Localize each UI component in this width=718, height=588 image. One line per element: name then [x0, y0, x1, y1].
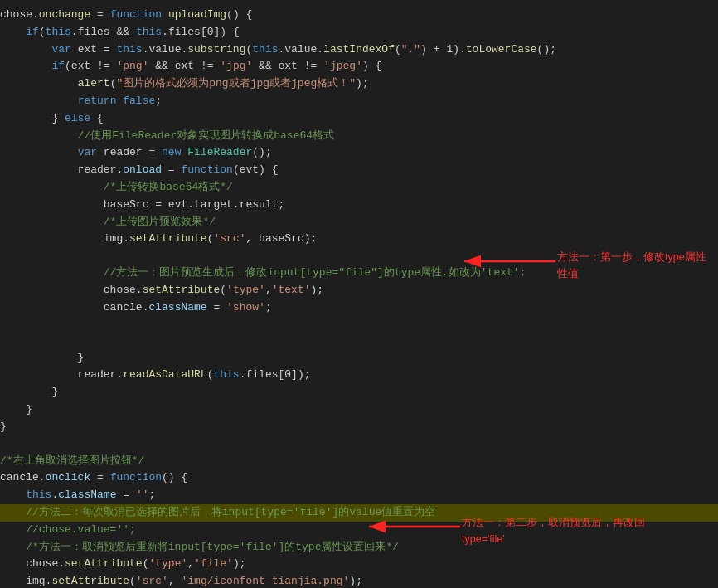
- code-line: /*方法一：取消预览后重新将input[type='file']的type属性设…: [0, 539, 718, 556]
- token-str: 'jpeg': [323, 60, 362, 72]
- token-prop: className: [58, 488, 116, 501]
- token-kw: function: [110, 8, 162, 21]
- code-line: if(this.files && this.files[0]) {: [0, 24, 718, 41]
- token-plain: );: [356, 77, 369, 90]
- code-line: //方法二：每次取消已选择的图片后，将input[type='file']的va…: [0, 504, 718, 522]
- token-plain: =: [90, 8, 109, 21]
- token-plain: );: [349, 575, 362, 587]
- token-kw: this: [252, 43, 278, 56]
- code-line: return false;: [0, 93, 718, 110]
- token-plain: ) {: [362, 60, 381, 72]
- line-content: cancle.onclick = function() {: [0, 469, 718, 487]
- token-plain: ,: [187, 557, 194, 570]
- code-line: var reader = new FileReader();: [0, 144, 718, 162]
- line-content: var ext = this.value.substring(this.valu…: [0, 41, 718, 59]
- token-plain: ;: [265, 301, 272, 313]
- code-line: chose.onchange = function uploadImg() {: [0, 7, 718, 24]
- token-plain: [162, 8, 168, 21]
- line-content: chose.onchange = function uploadImg() {: [0, 7, 718, 24]
- token-fn: lastIndexOf: [323, 43, 395, 56]
- token-plain: cancle.: [0, 301, 148, 313]
- line-content: if(this.files && this.files[0]) {: [0, 24, 718, 41]
- token-plain: (: [395, 43, 401, 56]
- line-content: /*方法一：取消预览后重新将input[type='file']的type属性设…: [0, 539, 718, 556]
- token-str: 'type': [226, 284, 265, 296]
- line-content: /*上传图片预览效果*/: [0, 214, 718, 231]
- token-prop: onclick: [46, 471, 91, 484]
- code-line: /*上传转换base64格式*/: [0, 179, 718, 197]
- line-content: [0, 317, 718, 333]
- token-str: 'file': [194, 557, 233, 570]
- token-plain: }: [0, 420, 7, 433]
- code-line: [0, 248, 718, 265]
- token-plain: [0, 95, 78, 107]
- token-str: 'show': [226, 301, 265, 313]
- code-line: var ext = this.value.substring(this.valu…: [0, 41, 718, 59]
- token-plain: );: [233, 557, 246, 570]
- line-content: } else {: [0, 110, 718, 128]
- line-content: cancle.className = 'show';: [0, 299, 718, 317]
- token-cmt: //方法一：图片预览生成后，修改input[type="file"]的type属…: [0, 266, 526, 279]
- token-plain: chose.: [0, 557, 65, 570]
- code-line: [0, 333, 718, 350]
- line-content: reader.readAsDataURL(this.files[0]);: [0, 367, 718, 384]
- token-plain: && ext !=: [252, 60, 323, 72]
- token-plain: .files &&: [71, 26, 136, 38]
- line-content: var reader = new FileReader();: [0, 144, 718, 162]
- token-str: 'src': [136, 575, 168, 587]
- token-kw: else: [65, 112, 90, 124]
- line-content: reader.onload = function(evt) {: [0, 162, 718, 179]
- token-bool-val: false: [123, 95, 155, 107]
- code-line: /*上传图片预览效果*/: [0, 214, 718, 231]
- token-plain: }: [0, 352, 84, 364]
- line-content: }: [0, 419, 718, 436]
- code-line: //方法一：图片预览生成后，修改input[type="file"]的type属…: [0, 265, 718, 282]
- token-plain: ,: [168, 575, 182, 587]
- token-prop: onload: [123, 163, 162, 176]
- token-plain: img.: [0, 575, 51, 587]
- token-kw: return: [78, 95, 117, 107]
- code-line: }: [0, 350, 718, 367]
- token-plain: (ext !=: [65, 60, 116, 72]
- token-plain: [0, 488, 26, 501]
- token-str: 'png': [116, 60, 148, 72]
- token-cmt: /*方法一：取消预览后重新将input[type='file']的type属性设…: [0, 541, 399, 553]
- token-plain: ;: [148, 488, 155, 501]
- token-plain: .value.: [143, 43, 188, 56]
- token-fn: setAttribute: [65, 557, 143, 570]
- token-plain: {: [90, 112, 104, 124]
- token-fn: toLowerCase: [466, 43, 537, 56]
- token-plain: ,: [265, 284, 272, 296]
- token-plain: (: [129, 575, 136, 587]
- line-content: [0, 248, 718, 265]
- token-cmt: //方法二：每次取消已选择的图片后，将input[type='file']的va…: [0, 506, 435, 518]
- token-str: 'src': [213, 232, 245, 245]
- token-plain: (: [39, 26, 46, 38]
- code-line: } else {: [0, 110, 718, 128]
- token-plain: ) + 1).: [420, 43, 466, 56]
- token-plain: [0, 43, 51, 56]
- code-line: [0, 317, 718, 333]
- line-content: return false;: [0, 93, 718, 110]
- token-cls: FileReader: [187, 146, 252, 158]
- token-str: ".": [401, 43, 420, 56]
- token-plain: .files[0]);: [240, 368, 311, 381]
- token-cmt: //chose.value='';: [0, 523, 136, 536]
- token-plain: [0, 60, 51, 72]
- token-fn: readAsDataURL: [123, 368, 206, 381]
- line-content: this.className = '';: [0, 487, 718, 504]
- line-content: //chose.value='';: [0, 522, 718, 539]
- token-plain: .files[0]) {: [162, 26, 240, 38]
- token-plain: }: [0, 403, 32, 415]
- token-plain: && ext !=: [148, 60, 220, 72]
- token-str: '': [136, 488, 149, 501]
- line-content: //方法二：每次取消已选择的图片后，将input[type='file']的va…: [0, 504, 718, 522]
- token-plain: =: [162, 163, 181, 176]
- token-kw: function: [110, 471, 162, 484]
- token-plain: [0, 26, 26, 38]
- line-content: //方法一：图片预览生成后，修改input[type="file"]的type属…: [0, 265, 718, 282]
- code-line: /*右上角取消选择图片按钮*/: [0, 453, 718, 470]
- token-fn: uploadImg: [168, 8, 226, 21]
- token-kw: if: [26, 26, 39, 38]
- token-kw: this: [213, 368, 239, 381]
